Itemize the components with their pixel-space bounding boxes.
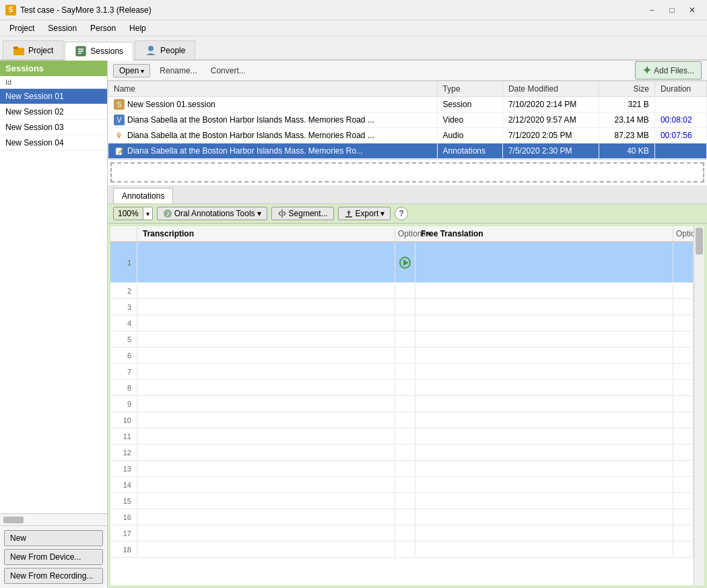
grid-row[interactable]: 1 (110, 242, 694, 283)
grid-row[interactable]: 7 (110, 364, 694, 380)
col-header-name[interactable]: Name (108, 81, 438, 97)
new-button[interactable]: New (4, 530, 103, 546)
minimize-button[interactable]: − (642, 3, 661, 18)
transcription-cell[interactable] (137, 396, 395, 412)
transcription-cell[interactable] (137, 299, 395, 315)
tab-sessions[interactable]: Sessions (65, 42, 133, 61)
menu-help[interactable]: Help (123, 20, 153, 36)
sidebar-header: Sessions (0, 61, 107, 76)
sidebar-item-session04[interactable]: New Session 04 (0, 135, 107, 151)
maximize-button[interactable]: □ (663, 3, 681, 18)
menu-project[interactable]: Project (3, 20, 41, 36)
transcription-cell[interactable] (137, 412, 395, 428)
grid-header-translation-options[interactable]: Options ▾ (673, 226, 694, 241)
grid-scrollbar[interactable] (694, 226, 704, 585)
grid-row[interactable]: 16 (110, 509, 694, 525)
transcription-cell[interactable] (137, 461, 395, 476)
transcription-cell[interactable] (137, 242, 395, 282)
tab-people[interactable]: People (135, 40, 195, 59)
table-row[interactable]: 🎙Diana Sabella at the Boston Harbor Isla… (108, 128, 707, 143)
grid-row[interactable]: 8 (110, 380, 694, 396)
free-translation-cell[interactable] (415, 509, 673, 525)
free-translation-cell[interactable] (415, 493, 673, 509)
transcription-cell[interactable] (137, 348, 395, 363)
transcription-cell[interactable] (137, 445, 395, 460)
rename-button[interactable]: Rename... (156, 65, 201, 77)
grid-row[interactable]: 4 (110, 315, 694, 331)
convert-button[interactable]: Convert... (207, 65, 250, 77)
grid-row[interactable]: 3 (110, 299, 694, 315)
transcription-cell[interactable] (137, 331, 395, 347)
sidebar-scrollbar[interactable] (0, 513, 107, 525)
col-header-type[interactable]: Type (437, 81, 502, 97)
new-from-recording-button[interactable]: New From Recording... (4, 568, 103, 584)
menu-person[interactable]: Person (83, 20, 123, 36)
free-translation-cell[interactable] (415, 412, 673, 428)
free-translation-cell[interactable] (415, 315, 673, 331)
transcription-cell[interactable] (137, 509, 395, 525)
grid-row[interactable]: 10 (110, 412, 694, 428)
sidebar-item-session01[interactable]: New Session 01 (0, 89, 107, 104)
free-translation-cell[interactable] (415, 542, 673, 557)
grid-row[interactable]: 6 (110, 348, 694, 364)
row-num-cell (395, 509, 415, 525)
add-files-button[interactable]: ✦ Add Files... (635, 61, 702, 79)
sidebar-item-session02[interactable]: New Session 02 (0, 104, 107, 120)
oral-annotations-button[interactable]: ♪ Oral Annotations Tools ▾ (157, 207, 267, 220)
transcription-cell[interactable] (137, 380, 395, 395)
play-button[interactable] (399, 257, 411, 269)
free-translation-cell[interactable] (415, 461, 673, 476)
row-action-cell (673, 315, 694, 331)
grid-header-transcription-options[interactable]: Options ▾ (395, 226, 415, 241)
col-header-duration[interactable]: Duration (654, 81, 706, 97)
zoom-control[interactable]: 100% ▾ (113, 207, 153, 220)
free-translation-cell[interactable] (415, 525, 673, 541)
free-translation-cell[interactable] (415, 348, 673, 363)
grid-row[interactable]: 14 (110, 477, 694, 493)
free-translation-cell[interactable] (415, 364, 673, 379)
transcription-cell[interactable] (137, 493, 395, 509)
col-header-size[interactable]: Size (599, 81, 655, 97)
export-button[interactable]: Export ▾ (338, 207, 391, 220)
free-translation-cell[interactable] (415, 445, 673, 460)
transcription-cell[interactable] (137, 428, 395, 444)
table-row[interactable]: VDiana Sabella at the Boston Harbor Isla… (108, 112, 707, 128)
help-button[interactable]: ? (395, 207, 408, 220)
free-translation-cell[interactable] (415, 299, 673, 315)
grid-row[interactable]: 13 (110, 461, 694, 477)
col-header-date[interactable]: Date Modified (502, 81, 599, 97)
free-translation-cell[interactable] (415, 380, 673, 395)
grid-row[interactable]: 9 (110, 396, 694, 412)
tab-annotations[interactable]: Annotations (113, 188, 173, 203)
zoom-dropdown-icon[interactable]: ▾ (143, 209, 152, 219)
grid-row[interactable]: 17 (110, 525, 694, 542)
grid-row[interactable]: 5 (110, 331, 694, 348)
table-row[interactable]: 📝Diana Sabella at the Boston Harbor Isla… (108, 143, 707, 159)
transcription-cell[interactable] (137, 364, 395, 379)
grid-row[interactable]: 18 (110, 542, 694, 558)
free-translation-cell[interactable] (415, 396, 673, 412)
free-translation-cell[interactable] (415, 242, 673, 282)
close-button[interactable]: ✕ (683, 3, 702, 18)
grid-row[interactable]: 11 (110, 428, 694, 445)
transcription-cell[interactable] (137, 315, 395, 331)
free-translation-cell[interactable] (415, 428, 673, 444)
open-button[interactable]: Open (113, 64, 150, 77)
free-translation-cell[interactable] (415, 477, 673, 492)
free-translation-cell[interactable] (415, 283, 673, 298)
grid-row[interactable]: 12 (110, 445, 694, 461)
new-from-device-button[interactable]: New From Device... (4, 549, 103, 565)
tab-project[interactable]: Project (3, 40, 63, 59)
play-cell[interactable] (395, 242, 415, 282)
table-row[interactable]: SNew Session 01.session Session 7/10/202… (108, 97, 707, 112)
transcription-cell[interactable] (137, 525, 395, 541)
free-translation-cell[interactable] (415, 331, 673, 347)
grid-row[interactable]: 2 (110, 283, 694, 299)
grid-row[interactable]: 15 (110, 493, 694, 509)
menu-session[interactable]: Session (41, 20, 83, 36)
sidebar-item-session03[interactable]: New Session 03 (0, 120, 107, 135)
transcription-cell[interactable] (137, 477, 395, 492)
transcription-cell[interactable] (137, 542, 395, 557)
transcription-cell[interactable] (137, 283, 395, 298)
segment-button[interactable]: Segment... (271, 207, 334, 220)
